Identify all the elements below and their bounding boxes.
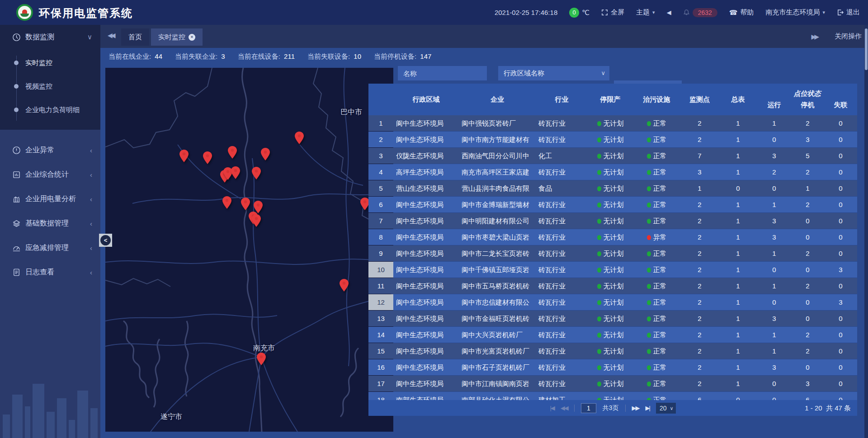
cell-points: 2 (680, 213, 719, 229)
status-dot-green (597, 121, 601, 126)
map-pin[interactable] (295, 132, 304, 144)
next-page-button[interactable]: ▶▶ (632, 405, 639, 411)
sidebar-item-enterprise-statistics[interactable]: 企业综合统计 ‹ (0, 162, 100, 187)
table-row[interactable]: 8阆中生态环境局阆中市枣碧大梁山页岩砖瓦行业无计划异常21300 (368, 229, 857, 245)
total-pages-label: 共3页 (603, 404, 619, 412)
table-row[interactable]: 16阆中生态环境局阆中市石子页岩机砖厂砖瓦行业无计划正常21300 (368, 359, 857, 375)
table-row[interactable]: 17阆中生态环境局阆中市江南镇阆南页岩砖瓦行业无计划正常21030 (368, 376, 857, 391)
speaker-button[interactable]: ◀ (667, 9, 671, 16)
table-row[interactable]: 4高坪生态环境局南充市高坪区王家店建砖瓦行业无计划正常31220 (368, 164, 857, 180)
map-pin[interactable] (241, 198, 250, 210)
table-row[interactable]: 10阆中生态环境局阆中千佛镇五郎垭页岩砖瓦行业无计划正常21003 (368, 262, 857, 278)
chevron-down-icon: ▾ (822, 9, 825, 15)
cell-meters: 1 (719, 229, 757, 245)
map-collapse-button[interactable]: < (99, 234, 112, 247)
map-pin[interactable] (257, 353, 266, 365)
table-row[interactable]: 2阆中生态环境局阆中市南方节能建材有砖瓦行业无计划正常21030 (368, 132, 857, 147)
table-row[interactable]: 6阆中生态环境局阆中市金博瑞新型墙材砖瓦行业无计划正常21120 (368, 197, 857, 212)
table-row[interactable]: 12阆中生态环境局阆中市忠信建材有限公砖瓦行业无计划正常21003 (368, 294, 857, 310)
cell-industry: 砖瓦行业 (536, 343, 588, 359)
tab-home[interactable]: 首页 (121, 28, 149, 46)
cell-facility-status: 正常 (633, 245, 680, 261)
map-pin[interactable] (261, 148, 270, 160)
map-pin[interactable] (231, 166, 240, 179)
name-search-input[interactable] (398, 66, 487, 80)
map-pin[interactable] (252, 214, 261, 227)
notification-badge[interactable]: 2632 (683, 8, 717, 17)
tab-realtime-monitor[interactable]: 实时监控 ✕ (151, 28, 203, 46)
scrollbar-thumb[interactable] (865, 28, 868, 70)
map-pin[interactable] (252, 167, 261, 179)
map-pin[interactable] (340, 279, 349, 292)
cell-points: 6 (680, 392, 719, 400)
status-dot-green (647, 137, 651, 142)
chevron-left-icon: ‹ (90, 146, 92, 154)
region-select[interactable]: 行政区域名称∨ (498, 66, 609, 80)
tabs-scroll-right-icon[interactable]: ▶▶ (811, 33, 817, 40)
tab-close-icon[interactable]: ✕ (189, 34, 195, 41)
sidebar-item-data-monitor[interactable]: 数据监测 ∨ (0, 25, 100, 49)
sidebar-item-log-view[interactable]: 日志查看 ‹ (0, 260, 100, 284)
page-size-select[interactable]: 20∨ (656, 403, 676, 414)
sidebar-item-emergency-reduce[interactable]: 应急减排管理 ‹ (0, 235, 100, 260)
sidebar-item-base-data[interactable]: 基础数据管理 ‹ (0, 211, 100, 235)
logout-button[interactable]: 退出 (837, 8, 860, 17)
last-page-button[interactable]: ▶| (646, 405, 650, 411)
cell-stop: 0 (791, 213, 824, 229)
map-pin[interactable] (222, 196, 231, 209)
first-page-button[interactable]: |◀ (550, 405, 554, 411)
theme-button[interactable]: 主题▾ (636, 8, 655, 17)
fullscreen-button[interactable]: 全屏 (601, 8, 624, 17)
page-number-input[interactable] (581, 403, 596, 413)
map-pin[interactable] (179, 150, 189, 162)
cell-points: 7 (680, 148, 719, 164)
help-button[interactable]: ☎ 帮助 (729, 8, 754, 17)
temperature-badge: 0 (569, 8, 579, 18)
map-pin[interactable] (228, 146, 237, 159)
cell-points: 2 (680, 115, 719, 131)
cell-company: 阆中明阳建材有限公司 (459, 213, 536, 229)
sidebar-item-power-analysis[interactable]: 企业用电量分析 ‹ (0, 187, 100, 211)
sidebar-item-power-load-detail[interactable]: 企业电力负荷明细 (0, 98, 100, 122)
monitor-clock-icon (12, 33, 21, 42)
status-dot-green (597, 268, 601, 273)
table-row[interactable]: 5营山生态环境局营山县润丰肉食品有限食品无计划正常10010 (368, 180, 857, 196)
cell-facility-status: 正常 (633, 359, 680, 375)
table-row[interactable]: 18南部生态环境局南部县砂化土混有限公建材加工无计划正常60060 (368, 392, 857, 400)
cell-points: 3 (680, 164, 719, 180)
table-row[interactable]: 14阆中生态环境局阆中大兴页岩机砖厂砖瓦行业无计划正常21120 (368, 327, 857, 343)
table-row[interactable]: 15阆中生态环境局阆中市光富页岩机砖厂砖瓦行业无计划正常21120 (368, 343, 857, 359)
table-row[interactable]: 3仪陇生态环境局西南油气田分公司川中化工无计划正常71350 (368, 148, 857, 164)
table-row[interactable]: 13阆中生态环境局阆中市金福旺页岩机砖砖瓦行业无计划正常21300 (368, 311, 857, 326)
page-scrollbar[interactable] (864, 25, 868, 438)
sidebar-item-enterprise-abnormal[interactable]: 企业异常 ‹ (0, 138, 100, 162)
cell-run: 1 (757, 278, 791, 294)
header-facility: 治污设施 (633, 84, 680, 115)
map-pin[interactable] (360, 198, 369, 210)
chevron-left-icon: < (100, 235, 111, 245)
sidebar-submenu: 实时监控 视频监控 企业电力负荷明细 (0, 49, 100, 125)
cell-points: 2 (680, 132, 719, 147)
cell-index: 1 (368, 115, 393, 131)
map-panel[interactable]: 巴中市南充市遂宁市 (105, 68, 393, 432)
sidebar-item-video-monitor[interactable]: 视频监控 (0, 75, 100, 98)
org-dropdown[interactable]: 南充市生态环境局▾ (765, 8, 825, 17)
cell-meters: 1 (719, 213, 757, 229)
tabs-scroll-left-icon[interactable]: ◀◀ (108, 32, 114, 39)
map-pin[interactable] (203, 151, 212, 164)
close-operations-button[interactable]: 关闭操作 (835, 32, 862, 41)
status-dot-green (647, 284, 651, 289)
table-row[interactable]: 9阆中生态环境局阆中市二龙长宝页岩砖砖瓦行业无计划正常21120 (368, 245, 857, 261)
cell-stop: 0 (791, 229, 824, 245)
cell-stop: 3 (791, 376, 824, 391)
table-row[interactable]: 7阆中生态环境局阆中明阳建材有限公司砖瓦行业无计划正常21300 (368, 213, 857, 229)
sidebar-item-realtime-monitor[interactable]: 实时监控 (0, 51, 100, 75)
cell-limit-status: 无计划 (588, 311, 633, 326)
prev-page-button[interactable]: ◀◀ (561, 405, 568, 411)
cell-stop: 0 (791, 359, 824, 375)
table-row[interactable]: 1阆中生态环境局阆中强锐页岩砖厂砖瓦行业无计划正常21120 (368, 115, 857, 131)
table-row[interactable]: 11阆中生态环境局阆中市五马桥页岩机砖砖瓦行业无计划正常21120 (368, 278, 857, 294)
cell-lost: 0 (824, 327, 857, 343)
cell-stop: 0 (791, 311, 824, 326)
cell-index: 13 (368, 311, 393, 326)
